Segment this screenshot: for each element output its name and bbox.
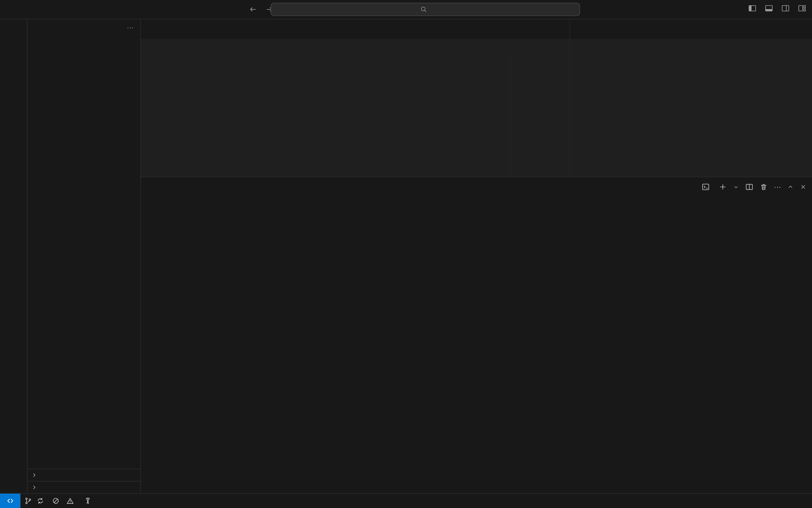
warnings-icon bbox=[66, 497, 74, 505]
editor-group-2 bbox=[569, 19, 812, 177]
radio-tower-icon bbox=[84, 497, 92, 505]
code-editor-2[interactable] bbox=[570, 51, 798, 177]
git-branch-status[interactable] bbox=[21, 494, 48, 508]
terminal-profile[interactable] bbox=[701, 183, 713, 191]
breadcrumb-group-1[interactable] bbox=[141, 39, 569, 51]
chevron-right-icon bbox=[31, 472, 38, 478]
editor-group-1 bbox=[141, 19, 569, 177]
git-branch-icon bbox=[24, 497, 32, 505]
command-center-search[interactable] bbox=[271, 3, 580, 16]
toggle-panel-icon[interactable] bbox=[765, 4, 773, 13]
status-bar bbox=[0, 493, 812, 508]
minimap-1[interactable] bbox=[510, 51, 569, 177]
search-icon bbox=[420, 6, 427, 13]
terminal-output[interactable] bbox=[141, 197, 812, 493]
terminal-icon bbox=[701, 183, 710, 191]
split-terminal-icon[interactable] bbox=[745, 183, 754, 191]
file-tree bbox=[28, 36, 140, 469]
toggle-secondary-sidebar-icon[interactable] bbox=[781, 4, 790, 13]
title-bar bbox=[0, 0, 812, 19]
explorer-sidebar: ··· bbox=[28, 19, 141, 493]
close-panel-icon[interactable] bbox=[800, 183, 807, 190]
breadcrumb-group-2[interactable] bbox=[570, 39, 812, 51]
tab-bar-group-2 bbox=[570, 19, 812, 39]
errors-icon bbox=[52, 497, 60, 505]
panel-more-actions-icon[interactable]: ··· bbox=[774, 183, 781, 191]
customize-layout-icon[interactable] bbox=[798, 4, 807, 13]
chevron-right-icon bbox=[31, 484, 38, 491]
timeline-section[interactable] bbox=[28, 481, 140, 493]
toggle-sidebar-icon[interactable] bbox=[748, 4, 757, 13]
explorer-more-actions-icon[interactable]: ··· bbox=[127, 24, 134, 31]
minimap-2[interactable] bbox=[798, 51, 812, 177]
activity-bar bbox=[0, 19, 28, 493]
bottom-panel: ··· bbox=[141, 177, 812, 493]
nav-back-icon[interactable] bbox=[247, 4, 258, 15]
outline-section[interactable] bbox=[28, 469, 140, 481]
sync-icon bbox=[36, 497, 44, 505]
remote-indicator[interactable] bbox=[0, 494, 21, 508]
terminal-dropdown-icon[interactable] bbox=[733, 184, 739, 190]
code-editor-1[interactable] bbox=[141, 51, 510, 177]
tab-bar-group-1 bbox=[141, 19, 569, 39]
new-terminal-icon[interactable] bbox=[719, 183, 727, 191]
maximize-panel-icon[interactable] bbox=[787, 183, 794, 190]
kill-terminal-icon[interactable] bbox=[760, 183, 768, 191]
ports-status[interactable] bbox=[80, 494, 98, 508]
problems-status[interactable] bbox=[48, 494, 80, 508]
